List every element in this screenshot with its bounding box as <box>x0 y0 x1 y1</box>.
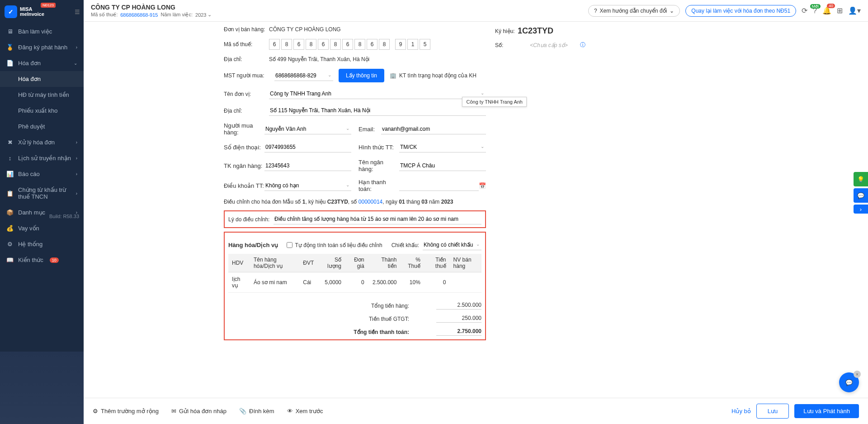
payment-method-input[interactable] <box>399 142 486 152</box>
nav-item[interactable]: 📋Chứng từ khấu trừ thuế TNCN› <box>0 182 84 205</box>
save-publish-button[interactable]: Lưu và Phát hành <box>794 404 859 418</box>
payment-term-input[interactable] <box>264 181 351 191</box>
send-draft-button[interactable]: ✉Gửi hóa đơn nháp <box>171 408 226 414</box>
phone-input[interactable] <box>264 142 351 152</box>
chevron-down-icon[interactable]: ⌄ <box>328 72 331 77</box>
discount-label: Chiết khấu: <box>392 242 419 248</box>
table-cell[interactable]: 2.500.000 <box>368 272 401 293</box>
bell-icon[interactable]: 🔔40 <box>822 6 831 15</box>
cancel-button[interactable]: Hủy bỏ <box>731 408 751 414</box>
table-cell[interactable] <box>450 272 481 293</box>
table-header[interactable]: Số lượng <box>317 254 345 272</box>
fetch-info-button[interactable]: Lấy thông tin <box>339 69 384 82</box>
seller-value: CÔNG TY CP HOÀNG LONG <box>269 26 486 33</box>
buyer-name-input[interactable] <box>264 124 351 134</box>
nav-item[interactable]: 💰Vay vốn <box>0 220 84 236</box>
table-header[interactable]: % Thuế <box>400 254 424 272</box>
float-chat-icon[interactable]: 💬 <box>854 188 868 203</box>
header-year-label: Năm làm việc: <box>160 12 193 18</box>
nav-item[interactable]: 📖Kiến thức10 <box>0 252 84 268</box>
nav-subitem[interactable]: Phiếu xuất kho <box>0 103 84 119</box>
sidebar: ✓ MISA meInvoice NĐ123 ☰ 🖥Bàn làm việc🏅Đ… <box>0 0 84 424</box>
chat-bubble[interactable]: 💬× <box>839 372 859 392</box>
chevron-down-icon[interactable]: ⌄ <box>476 242 480 247</box>
hamburger-icon[interactable]: ☰ <box>75 9 80 15</box>
table-cell[interactable]: Cái <box>299 272 317 293</box>
reason-input[interactable] <box>274 214 481 224</box>
table-header[interactable]: Tiền thuế <box>424 254 450 272</box>
nav-item[interactable]: ↕Lịch sử truyền nhận› <box>0 150 84 166</box>
check-status-link[interactable]: 🏢KT tình trạng hoạt động của KH <box>390 72 476 79</box>
guide-button[interactable]: ? Xem hướng dẫn chuyển đổi ⌄ <box>588 5 680 17</box>
nav-subitem[interactable]: Hóa đơn <box>0 71 84 87</box>
bank-account-input[interactable] <box>264 161 351 171</box>
bank-name-input[interactable] <box>399 161 486 171</box>
preview-button[interactable]: 👁Xem trước <box>287 408 323 414</box>
table-cell[interactable]: lịch vụ <box>228 272 250 293</box>
table-cell[interactable]: Áo sơ mi nam <box>250 272 299 293</box>
tax-digit: 8 <box>354 39 365 50</box>
float-tip-icon[interactable]: 💡 <box>854 172 868 186</box>
year-selector[interactable]: 2023 ⌄ <box>195 12 211 18</box>
due-date-input[interactable] <box>399 181 479 191</box>
table-row[interactable]: lịch vụÁo sơ mi namCái5,000002.500.00010… <box>228 272 481 293</box>
back-nd51-button[interactable]: Quay lại làm việc với hóa đơn theo NĐ51 <box>685 5 796 17</box>
nav-item[interactable]: 🏅Đăng ký phát hành› <box>0 39 84 55</box>
nav-item[interactable]: ⚙Hệ thốngBuild: R58.33 <box>0 236 84 252</box>
auto-calc-checkbox[interactable]: Tự động tính toán số liệu điều chỉnh <box>287 242 382 248</box>
nav-icon: 💰 <box>6 225 14 232</box>
buyer-address-input[interactable] <box>269 105 486 116</box>
help-circle-icon[interactable]: ?Mới <box>813 7 817 15</box>
table-cell[interactable]: 10% <box>400 272 424 293</box>
float-arrow-icon[interactable]: › <box>854 205 868 214</box>
buyer-tax-input[interactable] <box>274 71 333 81</box>
chat-close-icon[interactable]: × <box>854 371 861 378</box>
nav-item[interactable]: ✖Xử lý hóa đơn› <box>0 134 84 150</box>
table-header[interactable]: Đơn giá <box>345 254 368 272</box>
add-field-button[interactable]: ⚙Thêm trường mở rộng <box>93 408 159 414</box>
tax-digit: 6 <box>342 39 353 50</box>
paperclip-icon: 📎 <box>239 408 246 414</box>
table-header[interactable]: ĐVT <box>299 254 317 272</box>
table-header[interactable]: NV bán hàng <box>450 254 481 272</box>
refresh-icon[interactable]: ⟳ <box>802 6 807 15</box>
table-header[interactable]: HDV <box>228 254 250 272</box>
nav-subitem[interactable]: HĐ từ máy tính tiền <box>0 87 84 103</box>
header: CÔNG TY CP HOÀNG LONG Mã số thuế: 686868… <box>84 0 868 22</box>
table-cell[interactable]: 5,0000 <box>317 272 345 293</box>
unit-name-input[interactable] <box>269 89 486 99</box>
header-mst[interactable]: 6868686868-915 <box>120 12 158 18</box>
calendar-icon[interactable]: 📅 <box>479 182 486 189</box>
due-date-label: Hạn thanh toán: <box>359 179 399 192</box>
subtotal-value: 2.500.000 <box>436 302 481 310</box>
tax-label: Tiền thuế GTGT: <box>346 316 409 322</box>
info-icon[interactable]: ⓘ <box>580 41 585 49</box>
tax-digit: 6 <box>318 39 329 50</box>
save-button[interactable]: Lưu <box>756 404 789 419</box>
table-cell[interactable]: 0 <box>424 272 450 293</box>
tax-digit: 8 <box>379 39 390 50</box>
nav-item[interactable]: 📄Hóa đơn⌄ <box>0 55 84 71</box>
reason-highlight: Lý do điều chỉnh: <box>224 210 486 228</box>
chevron-down-icon[interactable]: ⌄ <box>481 91 484 95</box>
chevron-down-icon[interactable]: ⌄ <box>346 126 349 131</box>
number-label: Số: <box>495 42 518 48</box>
table-header[interactable]: Thành tiền <box>368 254 401 272</box>
logo[interactable]: ✓ MISA meInvoice <box>5 5 44 18</box>
table-header[interactable]: Tên hàng hóa/Dịch vụ <box>250 254 299 272</box>
tax-digit: 8 <box>330 39 341 50</box>
nav-item[interactable]: 📊Báo cáo› <box>0 166 84 182</box>
attach-button[interactable]: 📎Đính kèm <box>239 408 274 414</box>
chevron-down-icon[interactable]: ⌄ <box>346 182 349 187</box>
reason-label: Lý do điều chỉnh: <box>228 216 274 223</box>
apps-icon[interactable]: ⊞ <box>837 6 843 15</box>
nav-icon: 📖 <box>6 257 14 263</box>
chevron-down-icon[interactable]: ⌄ <box>481 144 484 149</box>
nav-subitem[interactable]: Phê duyệt <box>0 119 84 134</box>
nav-item[interactable]: 🖥Bàn làm việc <box>0 24 84 39</box>
table-cell[interactable]: 0 <box>345 272 368 293</box>
email-input[interactable] <box>381 124 486 134</box>
user-icon[interactable]: 👤▾ <box>848 6 861 15</box>
discount-input[interactable] <box>423 240 481 250</box>
tax-digit: 6 <box>367 39 377 50</box>
